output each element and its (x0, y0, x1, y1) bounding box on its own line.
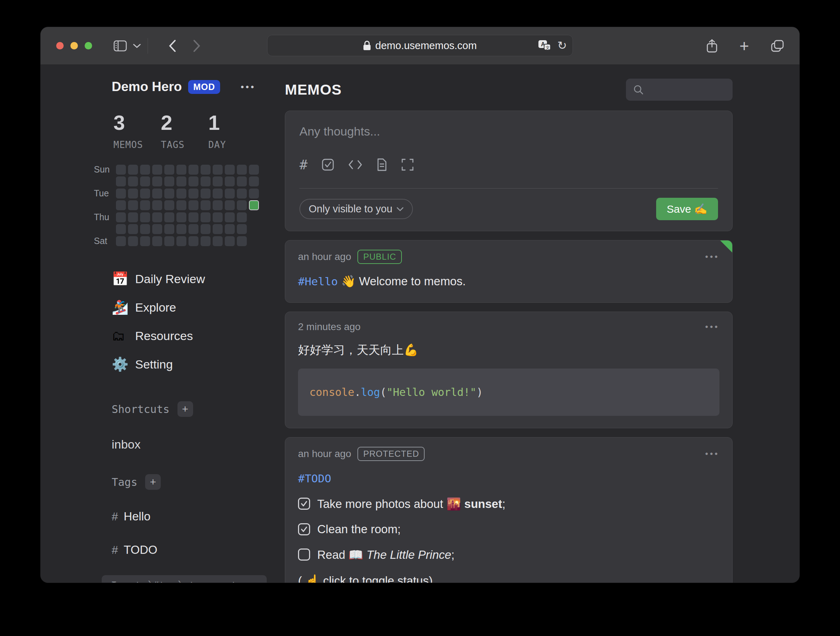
heatmap-cell[interactable] (249, 188, 259, 198)
heatmap-cell[interactable] (225, 165, 235, 175)
heatmap-cell[interactable] (237, 224, 247, 234)
sidebar-item-setting[interactable]: ⚙️ Setting (112, 350, 273, 378)
memo-tag-link[interactable]: #TODO (298, 472, 331, 485)
heatmap-cell[interactable] (152, 176, 162, 187)
heatmap-cell[interactable] (201, 212, 210, 222)
heatmap-cell[interactable] (152, 236, 162, 246)
minimize-window-button[interactable] (70, 42, 78, 49)
heatmap-cell[interactable] (152, 200, 162, 210)
memo-tag-link[interactable]: #Hello (298, 275, 338, 288)
heatmap-cell[interactable] (116, 224, 126, 234)
heatmap-cell[interactable] (237, 200, 247, 210)
attach-file-icon[interactable] (377, 158, 387, 171)
heatmap-cell[interactable] (201, 200, 210, 210)
heatmap-cell[interactable] (213, 200, 223, 210)
heatmap-cell[interactable] (225, 200, 235, 210)
forward-button[interactable] (193, 40, 201, 52)
sidebar-item-daily-review[interactable]: 📅 Daily Review (112, 265, 273, 293)
heatmap-cell[interactable] (116, 165, 126, 175)
heatmap-cell[interactable] (188, 188, 199, 198)
insert-tag-icon[interactable]: # (300, 157, 308, 172)
reload-icon[interactable]: ↻ (557, 39, 567, 52)
heatmap-cell[interactable] (116, 176, 126, 187)
heatmap-cell[interactable] (152, 224, 162, 234)
visibility-select[interactable]: Only visible to you (300, 199, 413, 219)
heatmap-cell[interactable] (177, 188, 186, 198)
heatmap-cell[interactable] (128, 200, 138, 210)
zoom-window-button[interactable] (85, 42, 92, 49)
address-bar[interactable]: demo.usememos.com A 文 ↻ (267, 35, 573, 56)
user-menu-button[interactable]: ••• (241, 81, 256, 92)
heatmap-cell[interactable] (140, 165, 150, 175)
heatmap-cell[interactable] (213, 176, 223, 187)
heatmap-cell[interactable] (152, 212, 162, 222)
heatmap-cell[interactable] (237, 165, 247, 175)
heatmap-cell[interactable] (152, 165, 162, 175)
heatmap-cell[interactable] (116, 212, 126, 222)
save-button[interactable]: Save ✍️ (656, 198, 718, 220)
heatmap-cell[interactable] (188, 212, 199, 222)
heatmap-cell[interactable] (213, 188, 223, 198)
heatmap-cell[interactable] (225, 176, 235, 187)
share-icon[interactable] (707, 39, 717, 53)
heatmap-cell[interactable] (177, 212, 186, 222)
heatmap-cell[interactable] (188, 176, 199, 187)
heatmap-cell[interactable] (164, 200, 174, 210)
heatmap-cell[interactable] (164, 236, 174, 246)
heatmap-cell[interactable] (116, 200, 126, 210)
heatmap-cell[interactable] (237, 176, 247, 187)
heatmap-cell[interactable] (201, 165, 210, 175)
heatmap-cell[interactable] (188, 200, 199, 210)
heatmap-cell[interactable] (177, 200, 186, 210)
heatmap-cell[interactable] (225, 236, 235, 246)
heatmap-cell[interactable] (164, 165, 174, 175)
heatmap-cell[interactable] (213, 236, 223, 246)
tab-overview-icon[interactable] (771, 40, 784, 52)
heatmap-cell[interactable] (249, 176, 259, 187)
heatmap-cell[interactable] (116, 188, 126, 198)
insert-checkbox-icon[interactable] (322, 159, 334, 171)
close-window-button[interactable] (56, 42, 64, 49)
heatmap-cell[interactable] (128, 236, 138, 246)
sidebar-item-explore[interactable]: 🏂 Explore (112, 293, 273, 321)
heatmap-cell[interactable] (225, 188, 235, 198)
sidebar-toggle-icon[interactable] (114, 40, 127, 52)
heatmap-cell[interactable] (128, 165, 138, 175)
new-tab-icon[interactable]: + (739, 36, 749, 55)
heatmap-cell[interactable] (164, 176, 174, 187)
fullscreen-icon[interactable] (401, 159, 414, 171)
memo-menu-button[interactable]: ••• (705, 252, 720, 262)
add-tag-button[interactable]: + (145, 474, 161, 490)
heatmap-cell[interactable] (225, 212, 235, 222)
heatmap-cell[interactable] (128, 224, 138, 234)
sidebar-item-resources[interactable]: 🗂 Resources (112, 321, 273, 350)
heatmap-cell[interactable] (177, 176, 186, 187)
heatmap-cell[interactable] (140, 236, 150, 246)
heatmap-cell[interactable] (140, 200, 150, 210)
heatmap-cell[interactable] (164, 212, 174, 222)
heatmap-cell[interactable] (213, 165, 223, 175)
insert-code-icon[interactable] (348, 159, 362, 170)
heatmap-cell[interactable] (140, 188, 150, 198)
checkbox-unchecked[interactable] (298, 549, 310, 561)
heatmap-cell[interactable] (177, 236, 186, 246)
heatmap-cell[interactable] (177, 165, 186, 175)
tag-create-input[interactable] (102, 575, 267, 583)
heatmap-cell[interactable] (140, 176, 150, 187)
checkbox-checked[interactable] (298, 498, 310, 510)
heatmap-cell[interactable] (237, 212, 247, 222)
heatmap-cell-active[interactable] (249, 200, 259, 210)
heatmap-cell[interactable] (140, 212, 150, 222)
heatmap-cell[interactable] (128, 188, 138, 198)
heatmap-cell[interactable] (116, 236, 126, 246)
heatmap-cell[interactable] (188, 224, 199, 234)
search-input[interactable] (626, 79, 733, 101)
tag-item-hello[interactable]: # Hello (112, 510, 273, 523)
user-name[interactable]: Demo Hero (112, 79, 182, 94)
heatmap-cell[interactable] (152, 188, 162, 198)
heatmap-cell[interactable] (225, 224, 235, 234)
heatmap-cell[interactable] (128, 176, 138, 187)
memo-editor[interactable]: Any thoughts... # (285, 111, 733, 231)
checkbox-checked[interactable] (298, 523, 310, 535)
heatmap-cell[interactable] (164, 188, 174, 198)
